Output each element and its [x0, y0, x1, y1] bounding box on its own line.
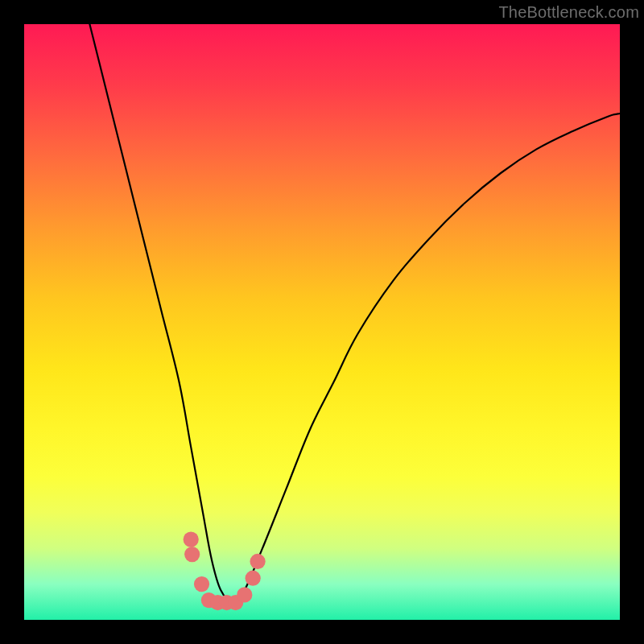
- plot-area: [24, 24, 620, 620]
- watermark-text: TheBottleneck.com: [498, 3, 639, 22]
- outer-frame: TheBottleneck.com: [0, 0, 644, 644]
- curve-marker: [250, 554, 265, 569]
- curve-marker: [246, 571, 261, 586]
- curve-markers: [184, 531, 266, 610]
- curve-marker: [184, 531, 199, 547]
- curve-marker: [184, 547, 200, 562]
- curve-marker: [237, 587, 252, 602]
- curve-marker: [194, 576, 209, 592]
- curve-svg: [24, 24, 620, 620]
- bottleneck-curve: [89, 24, 620, 602]
